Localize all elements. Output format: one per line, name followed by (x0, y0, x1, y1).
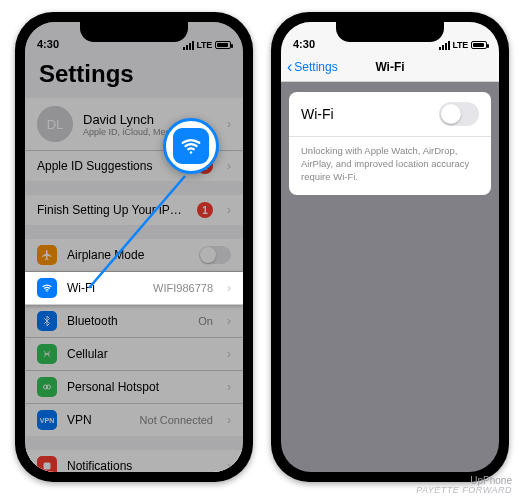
wifi-card: Wi-Fi Unlocking with Apple Watch, AirDro… (289, 92, 491, 195)
callout-wifi (163, 118, 219, 174)
notifications-icon (37, 456, 57, 472)
nav-bar: ‹ Settings Wi-Fi (281, 52, 499, 82)
status-time: 4:30 (37, 38, 77, 50)
row-detail: Not Connected (140, 414, 213, 426)
watermark: UpPhone PAYETTE FORWARD (416, 475, 512, 496)
watermark-line2: PAYETTE FORWARD (416, 486, 512, 496)
row-label: Airplane Mode (67, 248, 189, 262)
row-bluetooth[interactable]: Bluetooth On › (25, 305, 243, 338)
phone-left: 4:30 LTE Settings DL David Lynch Apple I… (15, 12, 253, 482)
row-notifications[interactable]: Notifications › (25, 450, 243, 472)
group-connectivity: Airplane Mode Wi-Fi WIFI986778 › Bluetoo… (25, 239, 243, 436)
carrier-label: LTE (453, 40, 468, 50)
screen-left: 4:30 LTE Settings DL David Lynch Apple I… (25, 22, 243, 472)
avatar: DL (37, 106, 73, 142)
wifi-icon (37, 278, 57, 298)
chevron-right-icon: › (227, 314, 231, 328)
group-notifications: Notifications › Sounds & Haptics › Do No… (25, 450, 243, 472)
screen-right: 4:30 LTE ‹ Settings Wi-Fi Wi-Fi (281, 22, 499, 472)
chevron-right-icon: › (227, 159, 231, 173)
signal-icon (183, 41, 194, 50)
row-label: Finish Setting Up Your iPhone (37, 203, 187, 217)
row-label: Cellular (67, 347, 213, 361)
svg-point-1 (46, 353, 48, 355)
row-personal-hotspot[interactable]: Personal Hotspot › (25, 371, 243, 404)
chevron-right-icon: › (227, 413, 231, 427)
chevron-right-icon: › (227, 281, 231, 295)
signal-icon (439, 41, 450, 50)
row-wifi-toggle[interactable]: Wi-Fi (289, 92, 491, 137)
page-title: Settings (25, 52, 243, 98)
row-detail: WIFI986778 (153, 282, 213, 294)
row-detail: On (198, 315, 213, 327)
wifi-label: Wi-Fi (301, 106, 439, 122)
hotspot-icon (37, 377, 57, 397)
wifi-toggle[interactable] (439, 102, 479, 126)
row-airplane-mode[interactable]: Airplane Mode (25, 239, 243, 272)
chevron-right-icon: › (227, 459, 231, 472)
battery-icon (471, 41, 487, 49)
status-time: 4:30 (293, 38, 333, 50)
cellular-icon (37, 344, 57, 364)
row-label: Bluetooth (67, 314, 188, 328)
row-label: Personal Hotspot (67, 380, 213, 394)
carrier-label: LTE (197, 40, 212, 50)
battery-icon (215, 41, 231, 49)
row-vpn[interactable]: VPN VPN Not Connected › (25, 404, 243, 436)
badge-count: 1 (197, 202, 213, 218)
row-label: Wi-Fi (67, 281, 143, 295)
svg-rect-4 (44, 463, 51, 470)
vpn-icon: VPN (37, 410, 57, 430)
notch (80, 22, 188, 42)
row-cellular[interactable]: Cellular › (25, 338, 243, 371)
row-finish-setup[interactable]: Finish Setting Up Your iPhone 1 › (25, 195, 243, 225)
group-finish-setup: Finish Setting Up Your iPhone 1 › (25, 195, 243, 225)
nav-title: Wi-Fi (281, 60, 499, 74)
phone-right: 4:30 LTE ‹ Settings Wi-Fi Wi-Fi (271, 12, 509, 482)
bluetooth-icon (37, 311, 57, 331)
wifi-icon (173, 128, 209, 164)
notch (336, 22, 444, 42)
chevron-right-icon: › (227, 380, 231, 394)
chevron-right-icon: › (227, 347, 231, 361)
airplane-icon (37, 245, 57, 265)
airplane-toggle[interactable] (199, 246, 231, 264)
row-label: VPN (67, 413, 130, 427)
svg-point-0 (46, 291, 47, 292)
chevron-right-icon: › (227, 203, 231, 217)
row-wifi[interactable]: Wi-Fi WIFI986778 › (25, 272, 243, 305)
chevron-right-icon: › (227, 117, 231, 131)
svg-point-6 (190, 151, 193, 154)
wifi-description: Unlocking with Apple Watch, AirDrop, Air… (289, 137, 491, 195)
row-label: Notifications (67, 459, 213, 472)
row-label: Apple ID Suggestions (37, 159, 187, 173)
